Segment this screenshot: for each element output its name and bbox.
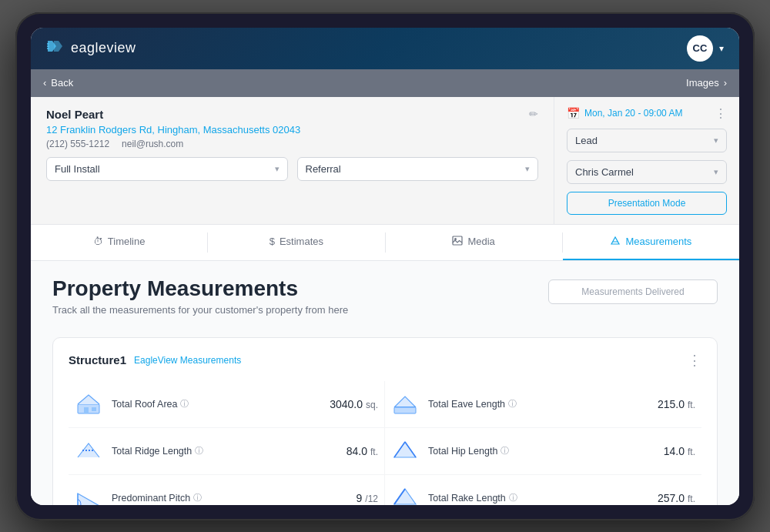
ridge-length-icon (75, 437, 102, 465)
back-button[interactable]: ‹ Back (43, 77, 73, 89)
svg-rect-4 (394, 407, 416, 413)
page-subtitle: Track all the measurements for your cust… (52, 304, 533, 316)
timeline-icon: ⏱ (93, 236, 103, 247)
tab-measurements[interactable]: Measurements (563, 225, 739, 260)
appointment-text: Mon, Jan 20 - 09:00 AM (584, 108, 682, 119)
measurement-total-hip-length: Total Hip Length ⓘ 14.0 ft. (385, 428, 701, 475)
tablet-frame: eagleview CC ▾ ‹ Back Images › Noel Pear… (15, 12, 755, 520)
ridge-length-label: Total Ridge Length (112, 446, 192, 457)
measurement-predominant-pitch: Predominant Pitch ⓘ 9 /12 (69, 475, 385, 505)
tab-timeline-label: Timeline (108, 236, 146, 247)
svg-rect-3 (92, 407, 96, 411)
app-header: eagleview CC ▾ (31, 28, 739, 69)
lead-type-select[interactable]: Lead ▾ (567, 129, 727, 152)
calendar-icon: 📅 (567, 107, 580, 119)
measurement-total-roof-area: Total Roof Area ⓘ 3040.0 sq. (69, 381, 385, 428)
rake-length-value-row: 257.0 ft. (658, 492, 695, 504)
tab-timeline[interactable]: ⏱ Timeline (31, 225, 207, 260)
rake-length-value: 257.0 (658, 492, 685, 504)
pitch-label: Predominant Pitch (112, 493, 190, 504)
edit-icon[interactable]: ✏ (529, 108, 538, 120)
roof-area-unit: sq. (366, 400, 378, 410)
pitch-help-icon[interactable]: ⓘ (193, 492, 202, 504)
measurements-icon (610, 236, 621, 248)
roof-area-label: Total Roof Area (112, 399, 177, 410)
roof-area-value-row: 3040.0 sq. (330, 398, 378, 410)
job-type-value: Full Install (55, 163, 100, 175)
eave-length-label: Total Eave Length (428, 399, 505, 410)
ridge-length-info: Total Ridge Length ⓘ (112, 445, 337, 457)
customer-address[interactable]: 12 Franklin Rodgers Rd, Hingham, Massach… (46, 124, 538, 136)
assignee-arrow-icon: ▾ (714, 167, 718, 177)
hip-length-icon (391, 437, 419, 465)
avatar-chevron-icon[interactable]: ▾ (719, 43, 724, 54)
ridge-length-unit: ft. (370, 447, 378, 457)
lead-type-value: Lead (575, 135, 598, 146)
hip-length-value: 14.0 (664, 445, 685, 457)
pitch-unit: /12 (365, 494, 378, 504)
logo-icon (46, 38, 66, 59)
eave-length-info: Total Eave Length ⓘ (428, 398, 648, 410)
hip-length-help-icon[interactable]: ⓘ (500, 445, 509, 457)
ridge-length-help-icon[interactable]: ⓘ (195, 445, 203, 457)
eave-length-unit: ft. (688, 400, 695, 410)
structure-title-row: Structure1 EagleView Measurements (69, 353, 241, 366)
measurement-total-rake-length: Total Rake Length ⓘ 257.0 ft. (385, 475, 701, 505)
images-label: Images (686, 77, 719, 89)
pitch-info: Predominant Pitch ⓘ (112, 492, 347, 504)
hip-length-info: Total Hip Length ⓘ (428, 445, 654, 457)
ridge-length-value-row: 84.0 ft. (346, 445, 378, 457)
eave-length-value: 215.0 (658, 398, 685, 410)
structure-name: Structure1 (69, 353, 126, 366)
eagleview-badge: EagleView Measurements (134, 355, 241, 366)
tablet-screen: eagleview CC ▾ ‹ Back Images › Noel Pear… (31, 28, 739, 505)
back-label: Back (51, 77, 73, 89)
roof-area-value: 3040.0 (330, 398, 363, 410)
referral-dropdown[interactable]: Referral ▾ (297, 157, 539, 181)
structure-more-icon[interactable]: ⋮ (688, 352, 701, 369)
appointment-more-icon[interactable]: ⋮ (715, 106, 727, 121)
rake-length-info: Total Rake Length ⓘ (428, 492, 648, 504)
appointment-row: 📅 Mon, Jan 20 - 09:00 AM ⋮ (567, 106, 727, 121)
referral-value: Referral (306, 163, 341, 175)
predominant-pitch-icon (75, 484, 102, 505)
measurements-content: Property Measurements Track all the meas… (31, 261, 739, 505)
page-title: Property Measurements (52, 276, 533, 301)
presentation-mode-button[interactable]: Presentation Mode (567, 192, 727, 215)
customer-phone: (212) 555-1212 (46, 139, 109, 149)
customer-section: Noel Peart ✏ 12 Franklin Rodgers Rd, Hin… (31, 97, 554, 224)
hip-length-label: Total Hip Length (428, 446, 497, 457)
measurement-total-eave-length: Total Eave Length ⓘ 215.0 ft. (385, 381, 701, 428)
customer-name: Noel Peart (46, 108, 103, 121)
assignee-value: Chris Carmel (575, 166, 634, 178)
referral-arrow-icon: ▾ (525, 164, 530, 174)
rake-length-icon (391, 484, 419, 505)
job-type-dropdown[interactable]: Full Install ▾ (46, 157, 288, 181)
tab-estimates-label: Estimates (280, 236, 323, 247)
tab-estimates[interactable]: $ Estimates (208, 225, 384, 260)
roof-area-info: Total Roof Area ⓘ (112, 398, 320, 410)
delivered-area: Measurements Delivered (548, 276, 718, 331)
logo: eagleview (46, 38, 136, 59)
eave-length-icon (391, 390, 419, 418)
measurements-delivered-button[interactable]: Measurements Delivered (548, 279, 718, 304)
main-layout: Noel Peart ✏ 12 Franklin Rodgers Rd, Hin… (31, 97, 739, 225)
ridge-length-value: 84.0 (346, 445, 367, 457)
images-button[interactable]: Images › (686, 77, 727, 89)
pitch-value: 9 (357, 492, 363, 504)
customer-email: neil@rush.com (122, 139, 183, 149)
media-icon (452, 236, 463, 248)
roof-area-help-icon[interactable]: ⓘ (180, 398, 189, 410)
structure-header: Structure1 EagleView Measurements ⋮ (69, 352, 701, 369)
svg-point-1 (454, 238, 457, 240)
avatar-button[interactable]: CC (687, 35, 713, 62)
tab-media[interactable]: Media (386, 225, 562, 260)
assignee-select[interactable]: Chris Carmel ▾ (567, 160, 727, 184)
rake-length-help-icon[interactable]: ⓘ (509, 492, 517, 504)
measurement-total-ridge-length: Total Ridge Length ⓘ 84.0 ft. (69, 428, 385, 475)
tab-media-label: Media (467, 236, 494, 247)
eave-length-help-icon[interactable]: ⓘ (508, 398, 517, 410)
dropdowns-row: Full Install ▾ Referral ▾ (46, 157, 538, 181)
tab-measurements-label: Measurements (625, 236, 691, 247)
appointment-date: 📅 Mon, Jan 20 - 09:00 AM (567, 107, 682, 119)
